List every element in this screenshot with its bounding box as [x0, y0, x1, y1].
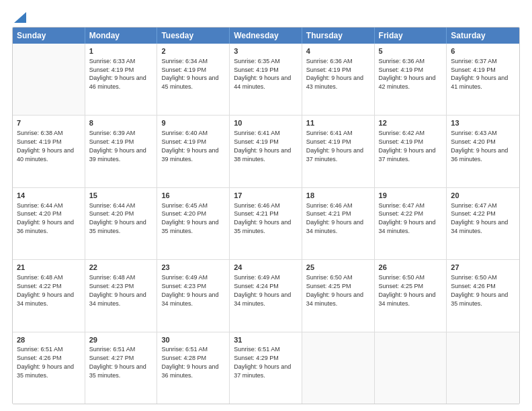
calendar-cell: 1Sunrise: 6:33 AMSunset: 4:19 PMDaylight… — [85, 44, 158, 115]
calendar-cell: 11Sunrise: 6:41 AMSunset: 4:19 PMDayligh… — [302, 116, 375, 187]
day-number: 19 — [379, 191, 443, 201]
calendar-cell: 28Sunrise: 6:51 AMSunset: 4:26 PMDayligh… — [13, 332, 85, 404]
calendar-cell: 12Sunrise: 6:42 AMSunset: 4:19 PMDayligh… — [375, 116, 447, 187]
calendar-cell: 19Sunrise: 6:47 AMSunset: 4:22 PMDayligh… — [375, 188, 447, 259]
calendar-header-saturday: Saturday — [447, 28, 519, 44]
day-number: 24 — [234, 263, 298, 273]
day-number: 4 — [306, 46, 370, 56]
day-number: 22 — [89, 263, 153, 273]
day-info: Sunrise: 6:48 AMSunset: 4:22 PMDaylight:… — [17, 274, 74, 306]
calendar-cell — [375, 332, 447, 404]
calendar-week-1: 1Sunrise: 6:33 AMSunset: 4:19 PMDaylight… — [13, 44, 519, 115]
day-info: Sunrise: 6:44 AMSunset: 4:20 PMDaylight:… — [89, 202, 146, 234]
day-number: 12 — [379, 118, 443, 128]
day-info: Sunrise: 6:50 AMSunset: 4:25 PMDaylight:… — [379, 274, 436, 306]
calendar-cell: 8Sunrise: 6:39 AMSunset: 4:19 PMDaylight… — [85, 116, 158, 187]
day-info: Sunrise: 6:33 AMSunset: 4:19 PMDaylight:… — [89, 58, 146, 90]
day-info: Sunrise: 6:46 AMSunset: 4:21 PMDaylight:… — [234, 202, 291, 234]
day-number: 8 — [89, 118, 153, 128]
day-number: 3 — [234, 46, 298, 56]
day-number: 31 — [234, 335, 298, 345]
header — [12, 12, 520, 21]
day-number: 30 — [161, 335, 225, 345]
day-info: Sunrise: 6:35 AMSunset: 4:19 PMDaylight:… — [234, 58, 291, 90]
day-info: Sunrise: 6:46 AMSunset: 4:21 PMDaylight:… — [306, 202, 363, 234]
day-info: Sunrise: 6:42 AMSunset: 4:19 PMDaylight:… — [379, 130, 436, 162]
day-number: 23 — [161, 263, 225, 273]
day-info: Sunrise: 6:50 AMSunset: 4:26 PMDaylight:… — [451, 274, 508, 306]
calendar-cell: 16Sunrise: 6:45 AMSunset: 4:20 PMDayligh… — [157, 188, 230, 259]
day-info: Sunrise: 6:41 AMSunset: 4:19 PMDaylight:… — [306, 130, 363, 162]
day-info: Sunrise: 6:36 AMSunset: 4:19 PMDaylight:… — [379, 58, 436, 90]
day-info: Sunrise: 6:50 AMSunset: 4:25 PMDaylight:… — [306, 274, 363, 306]
calendar-cell: 20Sunrise: 6:47 AMSunset: 4:22 PMDayligh… — [447, 188, 519, 259]
calendar-cell: 6Sunrise: 6:37 AMSunset: 4:19 PMDaylight… — [447, 44, 519, 115]
calendar-week-3: 14Sunrise: 6:44 AMSunset: 4:20 PMDayligh… — [13, 187, 519, 259]
day-number: 15 — [89, 191, 153, 201]
calendar-cell: 10Sunrise: 6:41 AMSunset: 4:19 PMDayligh… — [230, 116, 302, 187]
day-number: 9 — [161, 118, 225, 128]
calendar-body: 1Sunrise: 6:33 AMSunset: 4:19 PMDaylight… — [13, 44, 519, 404]
logo — [12, 12, 26, 21]
day-number: 11 — [306, 118, 370, 128]
calendar-cell: 9Sunrise: 6:40 AMSunset: 4:19 PMDaylight… — [157, 116, 230, 187]
day-info: Sunrise: 6:43 AMSunset: 4:20 PMDaylight:… — [451, 130, 508, 162]
calendar-cell — [447, 332, 519, 404]
calendar-cell: 13Sunrise: 6:43 AMSunset: 4:20 PMDayligh… — [447, 116, 519, 187]
day-number: 26 — [379, 263, 443, 273]
day-number: 18 — [306, 191, 370, 201]
calendar-cell: 18Sunrise: 6:46 AMSunset: 4:21 PMDayligh… — [302, 188, 375, 259]
day-info: Sunrise: 6:47 AMSunset: 4:22 PMDaylight:… — [451, 202, 508, 234]
day-number: 6 — [451, 46, 515, 56]
day-info: Sunrise: 6:49 AMSunset: 4:23 PMDaylight:… — [161, 274, 218, 306]
day-number: 7 — [17, 118, 81, 128]
calendar-header-sunday: Sunday — [13, 28, 85, 44]
day-number: 16 — [161, 191, 225, 201]
calendar-header-tuesday: Tuesday — [157, 28, 230, 44]
day-number: 5 — [379, 46, 443, 56]
calendar-header-friday: Friday — [375, 28, 447, 44]
calendar-cell: 23Sunrise: 6:49 AMSunset: 4:23 PMDayligh… — [157, 260, 230, 331]
page: SundayMondayTuesdayWednesdayThursdayFrid… — [0, 0, 532, 411]
calendar-header-monday: Monday — [85, 28, 158, 44]
calendar-cell — [13, 44, 85, 115]
calendar-cell: 17Sunrise: 6:46 AMSunset: 4:21 PMDayligh… — [230, 188, 302, 259]
calendar-cell: 27Sunrise: 6:50 AMSunset: 4:26 PMDayligh… — [447, 260, 519, 331]
day-number: 25 — [306, 263, 370, 273]
calendar-header-thursday: Thursday — [302, 28, 375, 44]
day-info: Sunrise: 6:37 AMSunset: 4:19 PMDaylight:… — [451, 58, 508, 90]
day-number: 21 — [17, 263, 81, 273]
calendar-cell: 26Sunrise: 6:50 AMSunset: 4:25 PMDayligh… — [375, 260, 447, 331]
day-info: Sunrise: 6:39 AMSunset: 4:19 PMDaylight:… — [89, 130, 146, 162]
day-number: 1 — [89, 46, 153, 56]
day-number: 17 — [234, 191, 298, 201]
day-info: Sunrise: 6:51 AMSunset: 4:26 PMDaylight:… — [17, 346, 74, 378]
day-number: 28 — [17, 335, 81, 345]
day-number: 27 — [451, 263, 515, 273]
calendar-header: SundayMondayTuesdayWednesdayThursdayFrid… — [13, 28, 519, 44]
day-number: 20 — [451, 191, 515, 201]
calendar-week-2: 7Sunrise: 6:38 AMSunset: 4:19 PMDaylight… — [13, 115, 519, 187]
calendar-cell: 31Sunrise: 6:51 AMSunset: 4:29 PMDayligh… — [230, 332, 302, 404]
calendar-cell: 7Sunrise: 6:38 AMSunset: 4:19 PMDaylight… — [13, 116, 85, 187]
day-info: Sunrise: 6:49 AMSunset: 4:24 PMDaylight:… — [234, 274, 291, 306]
day-info: Sunrise: 6:47 AMSunset: 4:22 PMDaylight:… — [379, 202, 436, 234]
day-info: Sunrise: 6:34 AMSunset: 4:19 PMDaylight:… — [161, 58, 218, 90]
calendar-cell: 24Sunrise: 6:49 AMSunset: 4:24 PMDayligh… — [230, 260, 302, 331]
calendar-cell: 22Sunrise: 6:48 AMSunset: 4:23 PMDayligh… — [85, 260, 158, 331]
day-info: Sunrise: 6:51 AMSunset: 4:29 PMDaylight:… — [234, 346, 291, 378]
calendar-cell: 14Sunrise: 6:44 AMSunset: 4:20 PMDayligh… — [13, 188, 85, 259]
calendar-cell — [302, 332, 375, 404]
calendar-cell: 4Sunrise: 6:36 AMSunset: 4:19 PMDaylight… — [302, 44, 375, 115]
calendar-cell: 15Sunrise: 6:44 AMSunset: 4:20 PMDayligh… — [85, 188, 158, 259]
day-info: Sunrise: 6:40 AMSunset: 4:19 PMDaylight:… — [161, 130, 218, 162]
calendar-cell: 30Sunrise: 6:51 AMSunset: 4:28 PMDayligh… — [157, 332, 230, 404]
day-number: 2 — [161, 46, 225, 56]
day-number: 14 — [17, 191, 81, 201]
calendar-header-wednesday: Wednesday — [230, 28, 302, 44]
calendar-week-5: 28Sunrise: 6:51 AMSunset: 4:26 PMDayligh… — [13, 332, 519, 404]
day-number: 10 — [234, 118, 298, 128]
day-info: Sunrise: 6:44 AMSunset: 4:20 PMDaylight:… — [17, 202, 74, 234]
day-info: Sunrise: 6:48 AMSunset: 4:23 PMDaylight:… — [89, 274, 146, 306]
day-info: Sunrise: 6:38 AMSunset: 4:19 PMDaylight:… — [17, 130, 74, 162]
